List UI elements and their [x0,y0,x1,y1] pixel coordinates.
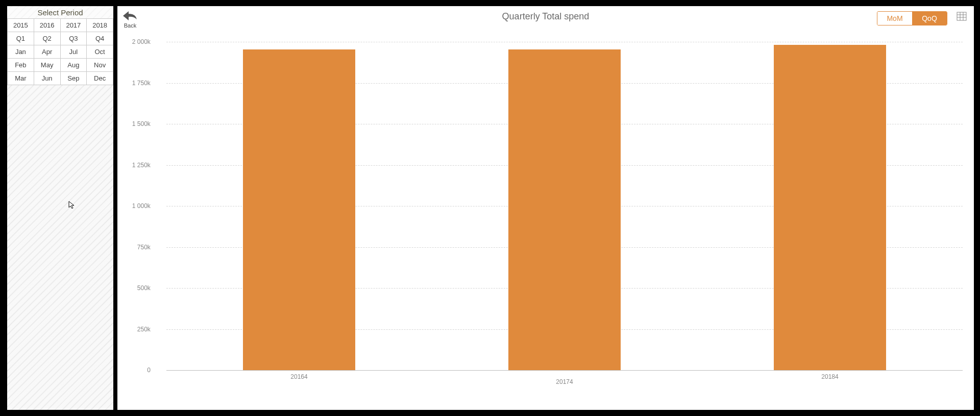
month-cell[interactable]: Dec [87,72,113,85]
year-row: 2015 2016 2017 2018 [8,19,113,32]
month-row: Jan Apr Jul Oct [8,45,113,59]
quarter-cell[interactable]: Q3 [60,32,87,45]
year-cell[interactable]: 2018 [87,19,113,32]
bar[interactable] [508,49,621,371]
quarter-row: Q1 Q2 Q3 Q4 [8,32,113,45]
chart-menu-icon[interactable] [957,11,967,21]
y-tick-label: 1 750k [132,80,151,87]
y-tick-label: 2 000k [132,38,151,45]
period-grid: 2015 2016 2017 2018 Q1 Q2 Q3 Q4 Jan Apr … [7,18,113,85]
bar[interactable] [243,49,355,371]
x-tick-label: 20184 [821,373,838,380]
plot-area: 0250k500k750k1 000k1 250k1 500k1 750k2 0… [166,42,963,393]
month-cell[interactable]: Mar [8,72,34,85]
y-tick-label: 1 500k [132,120,151,127]
month-cell[interactable]: May [34,59,60,72]
period-toggle: MoM QoQ [877,11,947,25]
y-tick-label: 1 250k [132,162,151,169]
month-cell[interactable]: Jan [8,45,34,59]
quarter-cell[interactable]: Q4 [87,32,113,45]
month-cell[interactable]: Nov [87,59,113,72]
year-cell[interactable]: 2017 [60,19,87,32]
toggle-qoq[interactable]: QoQ [912,12,947,25]
y-tick-label: 750k [137,244,151,251]
x-tick-label: 20174 [556,378,573,385]
quarter-cell[interactable]: Q1 [8,32,34,45]
month-cell[interactable]: Feb [8,59,34,72]
svg-rect-0 [957,12,966,20]
bars-area [166,42,963,370]
sidebar-title: Select Period [7,6,113,18]
x-tick-label: 20164 [290,373,307,380]
month-cell[interactable]: Oct [87,45,113,59]
quarter-cell[interactable]: Q2 [34,32,60,45]
y-tick-label: 1 000k [132,202,151,210]
sidebar: Select Period 2015 2016 2017 2018 Q1 Q2 … [7,6,113,410]
back-label: Back [124,22,136,29]
chart-title: Quarterly Total spend [117,11,974,22]
month-cell[interactable]: Aug [60,59,87,72]
toggle-mom[interactable]: MoM [877,12,912,25]
y-tick-label: 250k [137,326,151,333]
gridline [166,370,963,371]
month-cell[interactable]: Apr [34,45,60,59]
y-tick-label: 0 [147,367,151,374]
y-tick-label: 500k [137,284,151,292]
month-cell[interactable]: Jul [60,45,87,59]
month-row: Mar Jun Sep Dec [8,72,113,85]
month-row: Feb May Aug Nov [8,59,113,72]
year-cell[interactable]: 2016 [34,19,60,32]
chart-panel: Back Quarterly Total spend MoM QoQ 0250k… [117,6,974,410]
year-cell[interactable]: 2015 [8,19,34,32]
bar[interactable] [774,45,886,370]
month-cell[interactable]: Jun [34,72,60,85]
month-cell[interactable]: Sep [60,72,87,85]
